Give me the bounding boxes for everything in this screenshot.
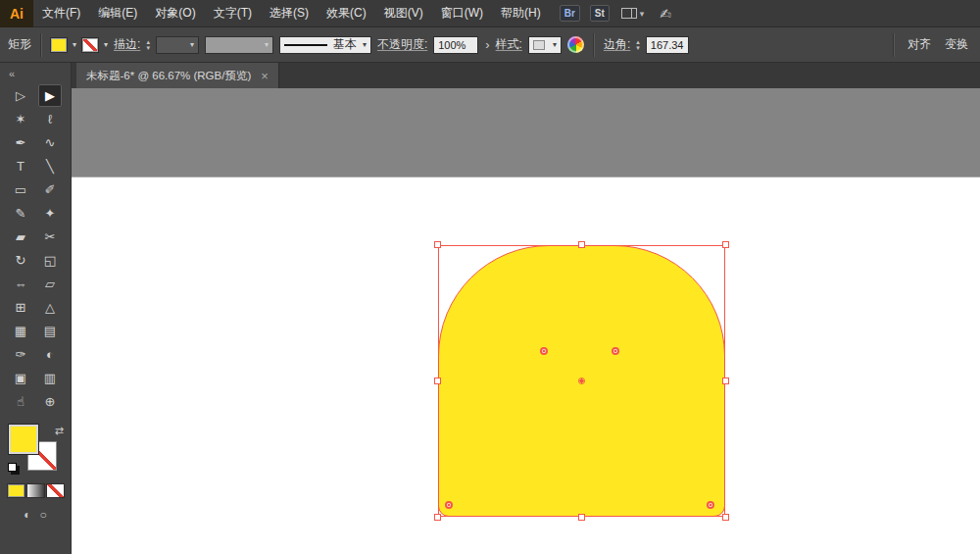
- menu-item-object[interactable]: 对象(O): [146, 0, 204, 26]
- corner-label[interactable]: 边角:: [604, 36, 630, 53]
- lasso-tool[interactable]: ℓ: [38, 108, 62, 130]
- zoom-tool[interactable]: ⊕: [38, 390, 62, 413]
- color-button[interactable]: [7, 483, 25, 498]
- workspace-switcher-icon[interactable]: [621, 8, 637, 19]
- corner-widget-bottom-left[interactable]: [445, 501, 453, 509]
- fill-caret-icon[interactable]: ▾: [73, 41, 76, 49]
- menu-item-help[interactable]: 帮助(H): [492, 0, 550, 26]
- scale-tool[interactable]: ◱: [38, 249, 62, 272]
- width-tool[interactable]: ⇔: [9, 273, 32, 295]
- stroke-weight-label[interactable]: 描边:: [114, 36, 140, 53]
- handle-top-left[interactable]: [434, 241, 441, 248]
- line-segment-tool[interactable]: ╲: [38, 155, 62, 177]
- rectangle-tool[interactable]: ▭: [9, 178, 32, 201]
- curvature-tool[interactable]: ∿: [38, 131, 62, 154]
- menu-item-file[interactable]: 文件(F): [33, 0, 89, 26]
- tool-icon: ✐: [45, 182, 56, 197]
- gradient-button[interactable]: [26, 483, 45, 498]
- draw-normal-mode-icon[interactable]: ○: [40, 508, 47, 522]
- handle-bottom-middle[interactable]: [578, 514, 585, 521]
- stroke-weight-dropdown[interactable]: ▾: [156, 36, 199, 54]
- drawing-modes: ◐ ○: [24, 508, 47, 522]
- opacity-panel-chevron-icon[interactable]: ›: [485, 37, 489, 52]
- swap-fill-stroke-icon[interactable]: ⇄: [55, 425, 64, 437]
- bridge-button[interactable]: Br: [560, 5, 580, 22]
- magic-wand-tool[interactable]: ✶: [9, 108, 32, 130]
- stepper-down-icon[interactable]: ▾: [146, 45, 150, 51]
- eraser-tool[interactable]: ▰: [9, 226, 32, 248]
- corner-radius-input[interactable]: 167.34: [646, 36, 689, 54]
- handle-middle-right[interactable]: [722, 378, 729, 384]
- fill-indicator-swatch[interactable]: [9, 425, 38, 454]
- hand-tool[interactable]: ☝: [9, 390, 32, 413]
- default-fill-stroke-icon[interactable]: [8, 463, 17, 472]
- document-tab[interactable]: 未标题-6* @ 66.67% (RGB/预览) ×: [76, 63, 279, 88]
- tool-icon: ∿: [45, 135, 56, 150]
- tool-icon: ▤: [44, 324, 56, 338]
- handle-bottom-right[interactable]: [722, 514, 729, 521]
- stroke-caret-icon[interactable]: ▾: [104, 41, 108, 49]
- divider: [893, 33, 895, 57]
- opacity-label[interactable]: 不透明度:: [377, 36, 427, 53]
- handle-top-right[interactable]: [722, 241, 729, 248]
- menu-item-edit[interactable]: 编辑(E): [89, 0, 146, 26]
- selection-tool[interactable]: ▶: [38, 84, 62, 107]
- paintbrush-tool[interactable]: ✐: [38, 178, 62, 201]
- align-button[interactable]: 对齐: [904, 34, 935, 55]
- stroke-color-swatch[interactable]: [82, 38, 98, 52]
- control-bar: 矩形 ▾ ▾ 描边: ▴ ▾ ▾ ▾ 基本 ▾ 不透明度: 100% › 样式:: [0, 27, 980, 63]
- handle-bottom-left[interactable]: [434, 514, 441, 521]
- handle-middle-left[interactable]: [434, 378, 441, 384]
- graph-tool[interactable]: ▥: [38, 367, 62, 389]
- dropdown-caret-icon: ▾: [190, 41, 194, 49]
- tool-icon: ⊕: [45, 394, 56, 409]
- stepper-down-icon[interactable]: ▾: [636, 45, 640, 51]
- brush-definition-dropdown[interactable]: 基本 ▾: [279, 36, 371, 54]
- menu-item-select[interactable]: 选择(S): [261, 0, 318, 26]
- workspace-caret-icon[interactable]: ▾: [640, 9, 645, 19]
- shaper-tool[interactable]: ✦: [38, 202, 62, 225]
- fill-color-swatch[interactable]: [51, 38, 67, 52]
- opacity-input[interactable]: 100%: [433, 36, 478, 54]
- tool-icon: ✎: [16, 206, 26, 221]
- rotate-tool[interactable]: ↻: [9, 249, 32, 272]
- menu-item-type[interactable]: 文字(T): [205, 0, 261, 26]
- transform-button[interactable]: 变换: [941, 34, 972, 55]
- tool-icon: ▰: [16, 229, 25, 244]
- shape-builder-tool[interactable]: ⊞: [9, 296, 32, 319]
- tool-icon: ▥: [44, 371, 56, 385]
- recolor-artwork-button[interactable]: [567, 36, 584, 53]
- direct-selection-tool[interactable]: ▷: [9, 84, 32, 107]
- stock-button[interactable]: St: [590, 5, 610, 22]
- close-tab-icon[interactable]: ×: [261, 69, 269, 83]
- menu-item-effect[interactable]: 效果(C): [318, 0, 375, 26]
- eyedropper-tool[interactable]: ✑: [9, 343, 32, 366]
- type-tool[interactable]: T: [9, 155, 32, 177]
- variable-width-profile-dropdown[interactable]: ▾: [205, 36, 273, 54]
- color-mode-strip: [7, 483, 65, 498]
- stroke-weight-stepper[interactable]: ▴ ▾: [146, 39, 150, 51]
- screen-mode-icon[interactable]: ◐: [24, 508, 30, 522]
- perspective-grid-tool[interactable]: △: [38, 296, 62, 319]
- pencil-tool[interactable]: ✎: [9, 202, 32, 225]
- corner-widget-bottom-right[interactable]: [707, 501, 714, 509]
- corner-widget-top-right[interactable]: [612, 347, 619, 355]
- artboard-tool[interactable]: ▣: [9, 367, 32, 389]
- corner-widget-top-left[interactable]: [540, 347, 548, 355]
- handle-top-middle[interactable]: [578, 241, 585, 248]
- scissors-tool[interactable]: ✂: [38, 226, 62, 248]
- none-button[interactable]: [46, 483, 65, 498]
- gradient-tool[interactable]: ▤: [38, 320, 62, 342]
- menu-item-window[interactable]: 窗口(W): [432, 0, 492, 26]
- graphic-style-dropdown[interactable]: ▾: [528, 36, 562, 54]
- menu-item-view[interactable]: 视图(V): [375, 0, 432, 26]
- style-label[interactable]: 样式:: [496, 36, 522, 53]
- corner-radius-stepper[interactable]: ▴ ▾: [636, 39, 640, 51]
- shape-center-point[interactable]: [578, 378, 585, 384]
- pen-tool[interactable]: ✒: [9, 131, 32, 154]
- mesh-tool[interactable]: ▦: [9, 320, 32, 342]
- touch-workspace-icon[interactable]: ✍: [660, 6, 671, 22]
- collapse-panel-button[interactable]: «: [0, 63, 24, 82]
- blend-tool[interactable]: ◐: [38, 343, 62, 366]
- free-transform-tool[interactable]: ▱: [38, 273, 62, 295]
